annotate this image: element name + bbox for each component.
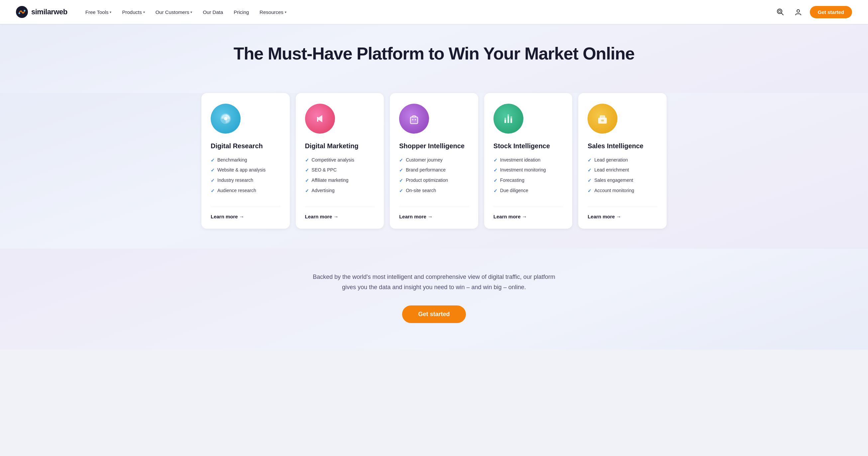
nav-right: Get started	[774, 6, 852, 18]
sales-intelligence-icon	[588, 104, 617, 133]
digital-marketing-features: ✓ Competitive analysis ✓ SEO & PPC ✓ Aff…	[305, 157, 375, 197]
search-icon	[777, 8, 784, 16]
svg-rect-16	[510, 116, 512, 118]
nav-pricing[interactable]: Pricing	[229, 7, 253, 18]
card-stock-intelligence: Stock Intelligence ✓ Investment ideation…	[484, 93, 572, 229]
svg-rect-14	[507, 114, 509, 116]
check-icon: ✓	[399, 157, 403, 164]
feature-item: ✓ SEO & PPC	[305, 167, 375, 174]
feature-item: ✓ Investment ideation	[494, 157, 563, 164]
cards-grid: Digital Research ✓ Benchmarking ✓ Websit…	[202, 93, 666, 229]
stock-intelligence-features: ✓ Investment ideation ✓ Investment monit…	[494, 157, 563, 197]
svg-rect-8	[410, 117, 418, 124]
feature-item: ✓ Account monitoring	[588, 187, 657, 194]
digital-research-icon	[211, 104, 241, 133]
shopper-intelligence-learn-more[interactable]: Learn more →	[399, 207, 469, 219]
feature-item: ✓ Competitive analysis	[305, 157, 375, 164]
check-icon: ✓	[494, 178, 497, 184]
chevron-down-icon: ▾	[285, 10, 286, 14]
digital-research-learn-more[interactable]: Learn more →	[211, 207, 280, 219]
feature-item: ✓ Lead enrichment	[588, 167, 657, 174]
chevron-down-icon: ▾	[143, 10, 145, 14]
feature-item: ✓ Forecasting	[494, 177, 563, 184]
feature-item: ✓ Advertising	[305, 187, 375, 194]
bottom-get-started-button[interactable]: Get started	[402, 305, 466, 323]
check-icon: ✓	[305, 157, 309, 164]
shopper-intelligence-title: Shopper Intelligence	[399, 142, 469, 150]
check-icon: ✓	[494, 157, 497, 164]
user-button[interactable]	[792, 6, 805, 18]
nav-products[interactable]: Products ▾	[117, 7, 149, 18]
feature-item: ✓ Customer journey	[399, 157, 469, 164]
digital-marketing-icon	[305, 104, 335, 133]
user-icon	[795, 8, 802, 16]
feature-item: ✓ Affiliate marketing	[305, 177, 375, 184]
logo-icon	[16, 6, 28, 18]
check-icon: ✓	[211, 178, 215, 184]
hero-section: The Must-Have Platform to Win Your Marke…	[0, 24, 868, 93]
svg-rect-18	[600, 116, 605, 118]
sales-intelligence-title: Sales Intelligence	[588, 142, 657, 150]
chevron-down-icon: ▾	[190, 10, 192, 14]
nav-our-data[interactable]: Our Data	[198, 7, 228, 18]
brand-name: similarweb	[31, 8, 67, 16]
digital-research-features: ✓ Benchmarking ✓ Website & app analysis …	[211, 157, 280, 197]
svg-rect-15	[510, 118, 512, 123]
shopper-intelligence-icon	[399, 104, 429, 133]
digital-marketing-learn-more[interactable]: Learn more →	[305, 207, 375, 219]
digital-research-title: Digital Research	[211, 142, 280, 150]
card-sales-intelligence: Sales Intelligence ✓ Lead generation ✓ L…	[578, 93, 666, 229]
check-icon: ✓	[399, 178, 403, 184]
feature-item: ✓ Investment monitoring	[494, 167, 563, 174]
feature-item: ✓ Due diligence	[494, 187, 563, 194]
check-icon: ✓	[588, 157, 591, 164]
nav-free-tools[interactable]: Free Tools ▾	[81, 7, 116, 18]
search-button[interactable]	[774, 6, 786, 18]
check-icon: ✓	[211, 167, 215, 174]
nav-links: Free Tools ▾ Products ▾ Our Customers ▾ …	[81, 7, 774, 18]
nav-get-started-button[interactable]: Get started	[810, 6, 852, 18]
stock-intelligence-learn-more[interactable]: Learn more →	[494, 207, 563, 219]
check-icon: ✓	[494, 167, 497, 174]
check-icon: ✓	[494, 188, 497, 194]
svg-rect-19	[601, 120, 604, 121]
card-digital-research: Digital Research ✓ Benchmarking ✓ Websit…	[202, 93, 290, 229]
check-icon: ✓	[211, 188, 215, 194]
check-icon: ✓	[588, 188, 591, 194]
feature-item: ✓ Brand performance	[399, 167, 469, 174]
check-icon: ✓	[588, 178, 591, 184]
feature-item: ✓ On-site search	[399, 187, 469, 194]
bottom-section: Backed by the world's most intelligent a…	[0, 249, 868, 349]
feature-item: ✓ Benchmarking	[211, 157, 280, 164]
navbar: similarweb Free Tools ▾ Products ▾ Our C…	[0, 0, 868, 24]
check-icon: ✓	[399, 188, 403, 194]
svg-point-7	[224, 117, 227, 120]
bottom-text: Backed by the world's most intelligent a…	[308, 272, 560, 292]
svg-point-2	[24, 10, 26, 12]
stock-intelligence-icon	[494, 104, 523, 133]
hero-title: The Must-Have Platform to Win Your Marke…	[16, 44, 852, 64]
feature-item: ✓ Product optimization	[399, 177, 469, 184]
feature-item: ✓ Sales engagement	[588, 177, 657, 184]
svg-rect-13	[507, 116, 509, 123]
svg-rect-12	[504, 118, 506, 120]
cards-section: Digital Research ✓ Benchmarking ✓ Websit…	[0, 93, 868, 249]
svg-point-1	[19, 12, 20, 14]
feature-item: ✓ Website & app analysis	[211, 167, 280, 174]
feature-item: ✓ Audience research	[211, 187, 280, 194]
feature-item: ✓ Lead generation	[588, 157, 657, 164]
check-icon: ✓	[305, 167, 309, 174]
nav-resources[interactable]: Resources ▾	[255, 7, 291, 18]
stock-intelligence-title: Stock Intelligence	[494, 142, 563, 150]
sales-intelligence-learn-more[interactable]: Learn more →	[588, 207, 657, 219]
check-icon: ✓	[305, 178, 309, 184]
svg-point-9	[412, 119, 413, 120]
logo[interactable]: similarweb	[16, 6, 67, 18]
feature-item: ✓ Industry research	[211, 177, 280, 184]
card-digital-marketing: Digital Marketing ✓ Competitive analysis…	[296, 93, 384, 229]
digital-marketing-title: Digital Marketing	[305, 142, 375, 150]
sales-intelligence-features: ✓ Lead generation ✓ Lead enrichment ✓ Sa…	[588, 157, 657, 197]
check-icon: ✓	[305, 188, 309, 194]
svg-point-10	[415, 119, 416, 120]
nav-our-customers[interactable]: Our Customers ▾	[151, 7, 197, 18]
